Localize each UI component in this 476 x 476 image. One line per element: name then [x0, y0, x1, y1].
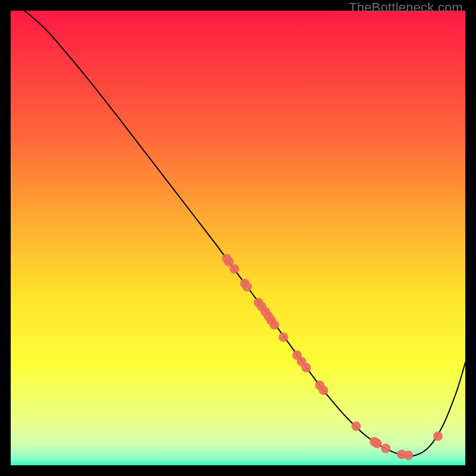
watermark-text: TheBottleneck.com [349, 0, 463, 15]
bottleneck-chart [11, 11, 465, 465]
highlight-point [242, 282, 252, 292]
highlight-point [302, 363, 311, 372]
highlight-point [352, 421, 361, 431]
highlight-point [404, 450, 414, 460]
highlight-point [270, 320, 279, 330]
highlight-point [319, 386, 328, 395]
chart-background [11, 11, 465, 465]
highlight-point [433, 431, 443, 441]
highlight-point [372, 439, 382, 448]
highlight-point [230, 264, 239, 274]
chart-frame [11, 11, 465, 465]
highlight-point [381, 444, 390, 453]
highlight-point [278, 333, 288, 342]
